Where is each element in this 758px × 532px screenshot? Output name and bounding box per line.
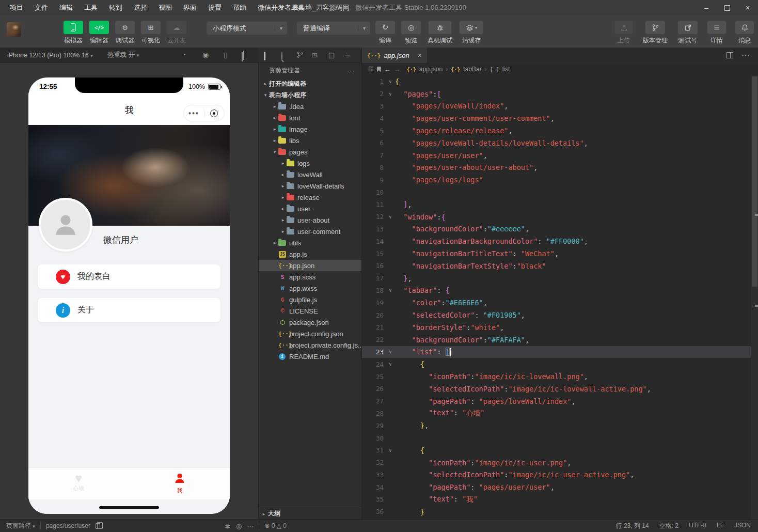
tree-item-app.js[interactable]: JSapp.js	[259, 248, 361, 260]
source-control-icon[interactable]	[296, 51, 304, 58]
cloud-dev-button[interactable]: ☁ 云开发	[166, 21, 187, 45]
forward-icon[interactable]: →	[394, 66, 401, 73]
maximize-button[interactable]	[717, 0, 737, 15]
code-line-11[interactable]: 11 ],	[362, 198, 751, 211]
compile-button[interactable]: ↻ 编译	[375, 21, 396, 45]
close-tab-icon[interactable]: ×	[418, 51, 422, 59]
copy-icon[interactable]	[96, 523, 100, 529]
code-line-16[interactable]: 16 "navigationBarTextStyle":"black"	[362, 260, 751, 272]
code-line-14[interactable]: 14 "navigationBarBackgroundColor": "#FF0…	[362, 235, 751, 247]
avatar[interactable]	[39, 198, 92, 252]
code-line-32[interactable]: 32 "iconPath":"image/ic/ic-user.png",	[362, 457, 751, 469]
fold-chevron-icon[interactable]: ∨	[386, 362, 395, 367]
fold-chevron-icon[interactable]: ∨	[386, 288, 395, 293]
more-icon[interactable]: ⋯	[247, 522, 254, 530]
menu-item[interactable]: 视图	[154, 2, 177, 14]
error-count[interactable]: ⊗ 0 △ 0	[264, 522, 287, 529]
menu-item[interactable]: 界面	[179, 2, 201, 14]
tree-item-pages[interactable]: ▾pages	[259, 146, 361, 158]
save-layout-icon[interactable]: ▤	[328, 51, 335, 59]
code-line-5[interactable]: 5 "pages/release/release",	[362, 124, 751, 137]
code-line-23[interactable]: 23∨ "list": [	[362, 346, 751, 358]
fold-chevron-icon[interactable]: ∨	[386, 79, 395, 84]
language-mode[interactable]: JSON	[734, 522, 751, 530]
code-line-22[interactable]: 22 "backgroundColor":"#FAFAFA",	[362, 334, 751, 346]
minimize-button[interactable]: –	[696, 0, 717, 15]
code-line-27[interactable]: 27 "pagePath": "pages/loveWall/index",	[362, 395, 751, 408]
tab-heart-wall[interactable]: ♥ 心墙	[58, 472, 99, 492]
eol-setting[interactable]: LF	[717, 522, 724, 530]
close-button[interactable]: ×	[737, 0, 758, 15]
code-line-15[interactable]: 15 "navigationBarTitleText": "WeChat",	[362, 247, 751, 260]
watch-icon[interactable]: ◎	[236, 522, 242, 530]
code-line-28[interactable]: 28 "text": "心墙"	[362, 408, 751, 420]
menu-item[interactable]: 选择	[129, 2, 152, 14]
code-line-33[interactable]: 33 "selectedIconPath":"image/ic/ic-user-…	[362, 469, 751, 481]
message-button[interactable]: 消息	[734, 21, 755, 45]
tree-item-user[interactable]: ▸user	[259, 203, 361, 214]
tree-item-image[interactable]: ▸image	[259, 123, 361, 135]
menu-item[interactable]: 转到	[104, 2, 127, 14]
editor-more-icon[interactable]: ⋯	[741, 51, 750, 60]
code-line-36[interactable]: 36 }	[362, 506, 751, 518]
more-menu-button[interactable]: ●●●	[184, 111, 204, 116]
menu-item[interactable]: 工具	[80, 2, 102, 14]
record-icon[interactable]: ◉	[202, 51, 209, 59]
theme-kettle-icon[interactable]: ☕	[344, 51, 351, 59]
upload-button[interactable]: 上传	[613, 21, 634, 45]
device-selector[interactable]: iPhone 12/13 (Pro) 100% 16 ▾	[0, 52, 93, 59]
breadcrumb-node[interactable]: tabBar	[463, 66, 481, 73]
rotate-device-icon[interactable]: ▯	[224, 51, 228, 59]
about-item[interactable]: i 关于	[38, 298, 220, 322]
code-line-18[interactable]: 18∨ "tabBar": {	[362, 285, 751, 297]
my-confession-item[interactable]: ♥ 我的表白	[38, 264, 220, 289]
tree-item-libs[interactable]: ▸libs	[259, 135, 361, 146]
code-line-7[interactable]: 7 "pages/user/user",	[362, 149, 751, 162]
user-avatar[interactable]	[7, 22, 21, 37]
code-line-29[interactable]: 29 },	[362, 419, 751, 432]
code-line-2[interactable]: 2∨ "pages":[	[362, 88, 751, 100]
tree-item-package.json[interactable]: ⬡package.json	[259, 317, 361, 328]
code-line-9[interactable]: 9 "pages/logs/logs"	[362, 174, 751, 186]
outline-list-icon[interactable]: ☰	[368, 66, 374, 73]
debugger-button[interactable]: ⚙ 调试器	[115, 21, 135, 45]
split-editor-icon[interactable]	[727, 52, 733, 58]
fold-chevron-icon[interactable]: ∨	[386, 91, 395, 97]
code-line-17[interactable]: 17 },	[362, 272, 751, 285]
code-line-1[interactable]: 1∨{	[362, 75, 751, 88]
code-line-25[interactable]: 25 "iconPath":"image/ic/ic-lovewall.png"…	[362, 370, 751, 383]
search-icon[interactable]	[281, 52, 282, 60]
tree-item-project.private.config.js...[interactable]: {··}project.private.config.js...	[259, 339, 361, 351]
hot-reload-toggle[interactable]: 热重载 开 ▾	[93, 51, 139, 59]
tree-item-gulpfile.js[interactable]: Ggulpfile.js	[259, 294, 361, 305]
tree-item-project.config.json[interactable]: {··}project.config.json	[259, 328, 361, 339]
network-throttle-icon[interactable]: ◔	[182, 51, 186, 59]
device-debug-button[interactable]: 真机调试	[427, 21, 453, 45]
code-line-6[interactable]: 6 "pages/loveWall-details/loveWall-detai…	[362, 137, 751, 149]
tree-item-LICENSE[interactable]: ©LICENSE	[259, 305, 361, 317]
outline-section[interactable]: ▸ 大纲	[259, 508, 361, 519]
scrollbar-thumb[interactable]	[752, 76, 757, 287]
phone-simulator[interactable]: 12:55 100% 我 ●●● 微信用户	[28, 77, 230, 514]
details-button[interactable]: ☰ 详情	[706, 21, 727, 45]
bookmark-icon[interactable]	[377, 67, 381, 72]
tree-item-loveWall[interactable]: ▸loveWall	[259, 169, 361, 180]
code-line-35[interactable]: 35 "text": "我"	[362, 493, 751, 506]
simulator-button[interactable]: 模拟器	[63, 21, 84, 45]
explorer-more-button[interactable]: ···	[347, 67, 355, 74]
tree-section-[interactable]: ▸打开的编辑器	[259, 78, 361, 89]
code-line-8[interactable]: 8 "pages/user-about/user-about",	[362, 162, 751, 174]
code-line-3[interactable]: 3 "pages/loveWall/index",	[362, 100, 751, 113]
menu-item[interactable]: 文件	[30, 2, 53, 14]
tree-item-README.md[interactable]: iREADME.md	[259, 351, 361, 362]
menu-item[interactable]: 设置	[203, 2, 226, 14]
code-line-30[interactable]: 30	[362, 432, 751, 444]
code-line-24[interactable]: 24∨ {	[362, 358, 751, 370]
menu-item[interactable]: 帮助	[228, 2, 251, 14]
menu-item[interactable]: 项目	[5, 2, 28, 14]
fold-chevron-icon[interactable]: ∨	[386, 214, 395, 220]
tree-item-.idea[interactable]: ▸.idea	[259, 101, 361, 112]
code-line-10[interactable]: 10	[362, 186, 751, 198]
tree-item-user-comment[interactable]: ▸user-comment	[259, 226, 361, 237]
encoding[interactable]: UTF-8	[689, 522, 706, 530]
